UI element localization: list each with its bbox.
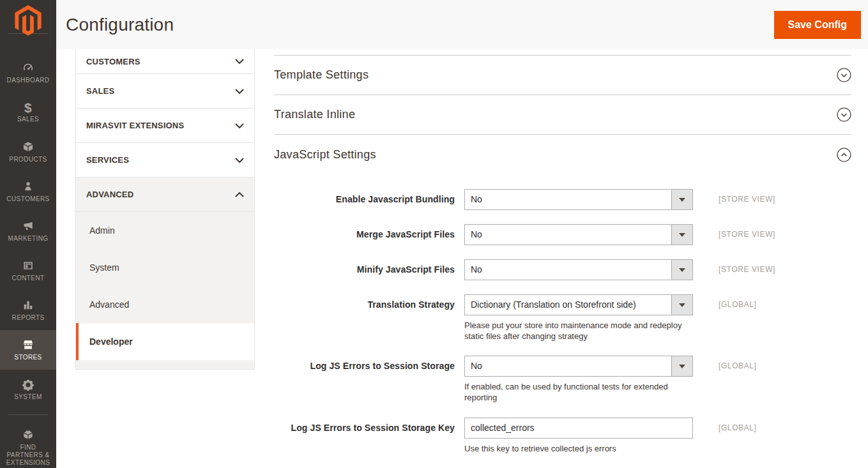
dashboard-icon xyxy=(22,61,34,74)
nav-group-label: MIRASVIT EXTENSIONS xyxy=(86,121,184,130)
chevron-down-icon xyxy=(235,123,244,128)
translation-strategy-select[interactable]: Dictionary (Translation on Storefront si… xyxy=(464,294,693,315)
nav-item-label: Developer xyxy=(89,336,133,347)
section-title: Template Settings xyxy=(274,68,369,82)
sidebar-divider xyxy=(8,414,48,415)
sidebar-item-customers[interactable]: CUSTOMERS xyxy=(0,172,56,211)
section-javascript-settings[interactable]: JavaScript Settings xyxy=(274,135,851,174)
field-label: Log JS Errors to Session Storage xyxy=(274,356,455,377)
form-row-merge-js-files: Merge JavaScript Files No [STORE VIEW] xyxy=(274,224,851,245)
sidebar-item-reports[interactable]: REPORTS xyxy=(0,291,56,330)
section-template-settings[interactable]: Template Settings xyxy=(274,56,851,95)
sidebar-item-label: FIND PARTNERS & EXTENSIONS xyxy=(3,444,54,467)
dropdown-arrow-icon[interactable] xyxy=(671,356,692,376)
select-value: No xyxy=(465,190,671,209)
page-title: Configuration xyxy=(66,15,174,35)
sidebar-item-find-partners[interactable]: FIND PARTNERS & EXTENSIONS xyxy=(0,423,56,468)
sidebar-item-label: PRODUCTS xyxy=(9,156,47,163)
sidebar-item-sales[interactable]: $ SALES xyxy=(0,93,56,132)
nav-group-label: CUSTOMERS xyxy=(86,57,141,66)
scope-label: [STORE VIEW] xyxy=(719,259,775,280)
nav-group-sales[interactable]: SALES xyxy=(76,74,254,109)
nav-group-label: SALES xyxy=(86,86,114,96)
field-note: Please put your store into maintenance m… xyxy=(464,321,685,342)
form-row-enable-js-bundling: Enable Javascript Bundling No [STORE VIE… xyxy=(274,189,851,210)
sidebar-item-label: MARKETING xyxy=(8,235,48,243)
minify-js-files-select[interactable]: No xyxy=(464,259,693,280)
system-icon xyxy=(22,378,34,391)
sidebar-item-products[interactable]: PRODUCTS xyxy=(0,132,56,172)
find-partners-icon xyxy=(22,428,34,441)
field-label: Log JS Errors to Session Storage Key xyxy=(274,418,455,439)
customers-icon xyxy=(22,180,34,193)
nav-group-label: SERVICES xyxy=(86,155,129,165)
nav-group-customers[interactable]: CUSTOMERS xyxy=(76,49,254,74)
dropdown-arrow-icon[interactable] xyxy=(671,295,692,315)
sidebar-item-label: CONTENT xyxy=(11,275,44,282)
chevron-down-icon xyxy=(235,59,244,64)
nav-group-mirasvit-extensions[interactable]: MIRASVIT EXTENSIONS xyxy=(76,109,254,143)
section-title: JavaScript Settings xyxy=(274,148,376,162)
sidebar-item-label: DASHBOARD xyxy=(7,77,50,84)
nav-item-developer[interactable]: Developer xyxy=(76,323,254,360)
content-icon xyxy=(22,259,34,272)
nav-item-label: Advanced xyxy=(89,299,129,310)
nav-item-advanced[interactable]: Advanced xyxy=(76,286,254,323)
form-row-translation-strategy: Translation Strategy Dictionary (Transla… xyxy=(274,294,851,342)
sidebar-item-marketing[interactable]: MARKETING xyxy=(0,211,56,251)
config-content: Template Settings Translate Inline JavaS… xyxy=(274,49,851,468)
collapse-chevron-down-icon xyxy=(837,68,851,82)
magento-logo-icon xyxy=(15,5,42,36)
nav-item-system[interactable]: System xyxy=(76,249,254,286)
sidebar-item-system[interactable]: SYSTEM xyxy=(0,370,56,409)
nav-group-advanced[interactable]: ADVANCED xyxy=(76,177,254,212)
admin-sidebar: DASHBOARD $ SALES PRODUCTS CUSTOMERS MAR… xyxy=(0,0,56,468)
nav-group-services[interactable]: SERVICES xyxy=(76,143,254,177)
sidebar-item-stores[interactable]: STORES xyxy=(0,330,56,370)
form-row-minify-js-files: Minify JavaScript Files No [STORE VIEW] xyxy=(274,259,851,280)
sales-icon: $ xyxy=(24,102,32,113)
field-note: Use this key to retrieve collected js er… xyxy=(464,444,685,455)
scope-label: [STORE VIEW] xyxy=(719,224,775,245)
field-note: If enabled, can be used by functional te… xyxy=(464,382,685,403)
nav-group-label: ADVANCED xyxy=(86,190,133,199)
field-label: Translation Strategy xyxy=(274,294,455,315)
sidebar-item-label: STORES xyxy=(14,354,42,361)
chevron-up-icon xyxy=(235,192,244,197)
scope-label: [STORE VIEW] xyxy=(719,189,775,210)
collapse-chevron-down-icon xyxy=(837,107,851,122)
dropdown-arrow-icon[interactable] xyxy=(671,225,692,245)
reports-icon xyxy=(22,299,34,312)
form-row-log-js-errors: Log JS Errors to Session Storage No If e… xyxy=(274,356,851,403)
field-label: Minify JavaScript Files xyxy=(274,259,455,280)
sidebar-menu: DASHBOARD $ SALES PRODUCTS CUSTOMERS MAR… xyxy=(0,53,56,468)
sidebar-item-label: CUSTOMERS xyxy=(6,195,49,203)
magento-logo[interactable] xyxy=(0,0,56,33)
save-config-button[interactable]: Save Config xyxy=(774,11,861,39)
select-value: No xyxy=(465,260,671,280)
select-value: No xyxy=(465,356,671,376)
nav-item-label: System xyxy=(89,262,119,273)
nav-item-admin[interactable]: Admin xyxy=(76,212,254,249)
config-section-nav: CUSTOMERS SALES MIRASVIT EXTENSIONS SERV… xyxy=(75,49,255,370)
chevron-down-icon xyxy=(235,158,244,163)
stores-icon xyxy=(22,338,34,351)
section-translate-inline[interactable]: Translate Inline xyxy=(274,95,851,135)
products-icon xyxy=(22,140,34,153)
sidebar-item-dashboard[interactable]: DASHBOARD xyxy=(0,53,56,93)
session-storage-key-input[interactable] xyxy=(464,418,693,439)
merge-js-files-select[interactable]: No xyxy=(464,224,693,245)
page-header: Configuration Save Config xyxy=(56,0,868,49)
log-js-errors-select[interactable]: No xyxy=(464,356,693,377)
scope-label: [GLOBAL] xyxy=(719,418,757,439)
dropdown-arrow-icon[interactable] xyxy=(671,260,692,280)
field-label: Merge JavaScript Files xyxy=(274,224,455,245)
sidebar-item-label: REPORTS xyxy=(12,314,45,322)
collapse-chevron-up-icon xyxy=(837,147,851,162)
enable-js-bundling-select[interactable]: No xyxy=(464,189,693,210)
select-value: No xyxy=(465,225,671,245)
javascript-settings-form: Enable Javascript Bundling No [STORE VIE… xyxy=(274,174,851,454)
field-label: Enable Javascript Bundling xyxy=(274,189,455,210)
sidebar-item-content[interactable]: CONTENT xyxy=(0,251,56,291)
dropdown-arrow-icon[interactable] xyxy=(671,190,692,209)
